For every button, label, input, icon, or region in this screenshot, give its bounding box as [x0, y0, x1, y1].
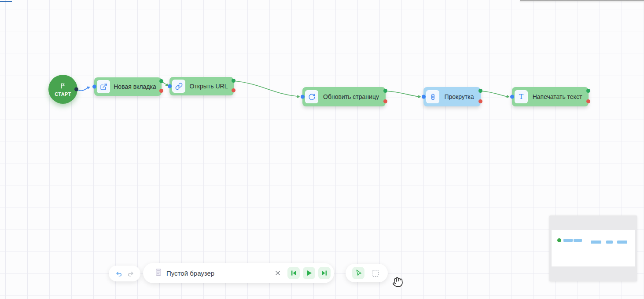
- node-label: Прокрутка: [439, 93, 481, 100]
- flow-name-label: Пустой браузер: [166, 270, 214, 277]
- node-label: Новая вкладка: [110, 83, 162, 90]
- input-port[interactable]: [168, 84, 172, 88]
- edge-refresh-to-scroll[interactable]: [386, 91, 418, 97]
- step-back-button[interactable]: [287, 267, 300, 279]
- type-text-icon: T: [515, 90, 528, 103]
- external-link-icon: [97, 80, 110, 93]
- redo-button[interactable]: [127, 270, 134, 277]
- input-port[interactable]: [422, 95, 426, 99]
- minimap-node-bar: [574, 239, 582, 242]
- error-port[interactable]: [478, 99, 482, 103]
- top-left-accent-bar: [0, 1, 12, 2]
- start-node[interactable]: СТАРТ: [48, 75, 77, 104]
- error-port[interactable]: [232, 88, 236, 92]
- node-open-url[interactable]: Открыть URL: [169, 77, 234, 95]
- error-port[interactable]: [586, 99, 590, 103]
- success-port[interactable]: [232, 79, 236, 83]
- step-forward-button[interactable]: [318, 267, 331, 279]
- node-label: Обновить страницу: [318, 93, 386, 100]
- hand-cursor: [392, 276, 404, 290]
- refresh-icon: [305, 90, 318, 103]
- play-icon: [305, 270, 313, 277]
- input-port[interactable]: [92, 85, 96, 89]
- step-forward-icon: [321, 270, 328, 277]
- undo-button[interactable]: [115, 270, 123, 277]
- start-node-label: СТАРТ: [55, 91, 71, 97]
- minimap-node-bar: [591, 241, 601, 244]
- edge-arrowhead: [418, 95, 422, 98]
- minimap-node-bar: [606, 241, 613, 244]
- node-label: Открыть URL: [185, 83, 234, 90]
- node-scroll[interactable]: Прокрутка: [423, 87, 481, 106]
- flag-icon: [60, 82, 66, 91]
- minimap-node-bar: [563, 239, 573, 242]
- step-back-icon: [290, 270, 297, 277]
- flow-toolbar: Пустой браузер: [143, 263, 334, 283]
- success-port[interactable]: [586, 89, 590, 93]
- edge-arrowhead: [506, 95, 510, 98]
- success-port[interactable]: [383, 89, 387, 93]
- node-refresh-page[interactable]: Обновить страницу: [302, 87, 386, 106]
- undo-icon: [115, 270, 123, 277]
- start-output-port[interactable]: [74, 88, 78, 91]
- node-type-text[interactable]: T Напечатать текст: [512, 87, 589, 106]
- flow-canvas[interactable]: СТАРТ Новая вкладка Открыть URL: [0, 0, 644, 299]
- close-icon: [275, 270, 281, 276]
- close-button[interactable]: [273, 269, 282, 277]
- history-toolbar: [109, 266, 140, 281]
- error-port[interactable]: [159, 89, 163, 93]
- play-button[interactable]: [303, 267, 315, 279]
- node-label: Напечатать текст: [528, 93, 589, 100]
- pointer-tool-button[interactable]: [352, 267, 364, 279]
- edges-layer: [0, 0, 644, 299]
- top-right-panel-edge: [520, 0, 644, 1]
- input-port[interactable]: [510, 95, 514, 99]
- edge-open-url-to-refresh[interactable]: [234, 81, 297, 96]
- pointer-icon: [355, 270, 362, 277]
- edge-scroll-to-type-text[interactable]: [481, 91, 507, 97]
- input-port[interactable]: [301, 95, 305, 99]
- edge-arrowhead: [297, 95, 300, 98]
- selection-tools: [346, 264, 388, 282]
- minimap-start-dot: [557, 238, 561, 242]
- minimap-node-bar: [617, 241, 627, 244]
- redo-icon: [127, 270, 134, 277]
- success-port[interactable]: [159, 79, 163, 83]
- node-new-tab[interactable]: Новая вкладка: [94, 77, 162, 96]
- link-icon: [172, 80, 185, 93]
- success-port[interactable]: [478, 89, 482, 93]
- marquee-select-icon: [372, 270, 379, 277]
- error-port[interactable]: [383, 99, 387, 103]
- document-icon: [155, 268, 162, 278]
- edge-start-to-new-tab[interactable]: [77, 88, 88, 91]
- minimap[interactable]: [549, 215, 637, 281]
- marquee-select-button[interactable]: [369, 267, 381, 279]
- minimap-viewport[interactable]: [552, 230, 635, 266]
- edge-arrowhead: [87, 85, 91, 89]
- scroll-mouse-icon: [426, 90, 439, 103]
